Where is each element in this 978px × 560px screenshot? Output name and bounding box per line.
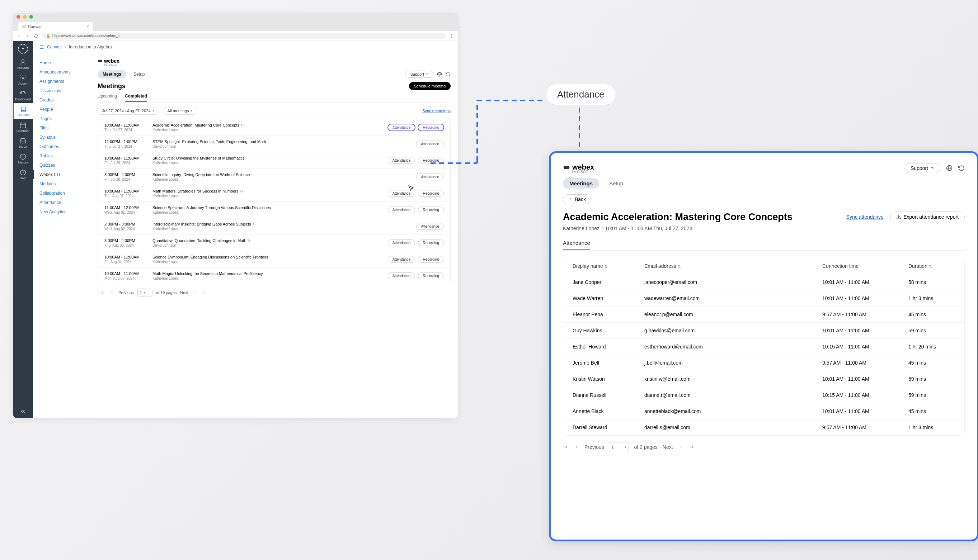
attendance-button[interactable]: Attendance — [388, 240, 415, 246]
rail-item-courses[interactable]: Courses — [13, 103, 33, 119]
meeting-time: 10:00AM - 11:00AM Thu, Jul 27, 2024 — [104, 123, 147, 132]
history-icon[interactable] — [958, 165, 965, 172]
course-nav-people[interactable]: People — [33, 105, 90, 114]
previous-page-button[interactable] — [109, 290, 115, 295]
back-button[interactable]: Back — [563, 194, 591, 204]
previous-label[interactable]: Previous — [584, 444, 604, 450]
course-nav-discussions[interactable]: Discussions — [33, 86, 90, 95]
first-page-icon[interactable] — [100, 290, 105, 295]
next-label[interactable]: Next — [180, 290, 188, 295]
course-nav-announcements[interactable]: Announcements — [33, 67, 90, 77]
tab-meetings[interactable]: Meetings — [98, 70, 126, 78]
schedule-meeting-button[interactable]: Schedule meeting — [409, 82, 451, 90]
breadcrumb-separator: › — [65, 45, 66, 50]
webex-logo-icon — [98, 58, 103, 63]
col-display-name[interactable]: Display name⇅ — [573, 263, 644, 269]
recording-button[interactable]: Recording — [418, 272, 444, 279]
rail-item-dashboard[interactable]: Dashboard — [13, 87, 33, 103]
page-number-input[interactable]: 1 ▾ — [609, 442, 629, 452]
window-maximize-icon[interactable] — [29, 15, 33, 18]
cell-connection: 10:15 AM - 11:00 AM — [822, 392, 908, 398]
last-page-icon[interactable] — [201, 290, 207, 295]
page-number-input[interactable]: 1 ▾ — [137, 288, 152, 297]
course-nav-outcomes[interactable]: Outcomes — [33, 142, 90, 151]
attendance-button[interactable]: Attendance — [416, 173, 444, 180]
globe-icon[interactable] — [946, 165, 953, 172]
window-close-icon[interactable] — [17, 15, 20, 18]
tab-favicon-icon — [22, 25, 26, 28]
meeting-actions: AttendanceRecording — [388, 240, 444, 246]
rail-item-help[interactable]: Help — [13, 167, 33, 182]
recording-button[interactable]: Recording — [418, 190, 444, 197]
course-nav-modules[interactable]: Modules — [33, 179, 90, 188]
sync-attendance-link[interactable]: Sync attendance — [846, 214, 884, 220]
attendance-button[interactable]: Attendance — [388, 272, 415, 279]
support-button[interactable]: Support — [904, 163, 940, 173]
course-nav-grades[interactable]: Grades — [33, 95, 90, 105]
table-row: Jane Cooper janecooper@email.com 10:01 A… — [563, 274, 965, 290]
browser-tabbar: Canvas × — [13, 21, 458, 31]
col-email[interactable]: Email address⇅ — [644, 263, 822, 269]
attendance-button[interactable]: Attendance — [388, 207, 415, 213]
course-nav-pages[interactable]: Pages — [33, 114, 90, 123]
rail-item-history[interactable]: History — [13, 150, 33, 167]
course-nav-home[interactable]: Home — [33, 58, 90, 67]
course-nav-new-analytics[interactable]: New Analytics — [33, 207, 90, 217]
course-nav-rubics[interactable]: Rubics — [33, 151, 90, 161]
tab-setup[interactable]: Setup — [129, 70, 150, 78]
rail-item-account[interactable]: Account — [13, 56, 33, 72]
collapse-nav-icon[interactable] — [20, 408, 26, 415]
previous-page-button[interactable] — [573, 444, 579, 450]
support-button[interactable]: Support — [405, 71, 433, 78]
tab-setup[interactable]: Setup — [603, 178, 630, 188]
previous-label[interactable]: Previous — [119, 290, 134, 295]
course-nav-quizzes[interactable]: Quizzes — [33, 161, 90, 170]
globe-icon[interactable] — [437, 72, 442, 77]
course-nav-syllabus[interactable]: Syllabus — [33, 133, 90, 142]
meeting-type-filter[interactable]: All meetings ▾ — [163, 107, 198, 115]
rail-item-admin[interactable]: Admin — [13, 72, 33, 87]
subtab-upcoming[interactable]: Upcoming — [98, 93, 117, 102]
sync-recordings-link[interactable]: Sync recordings — [422, 108, 451, 113]
recording-button[interactable]: Recording — [418, 124, 444, 131]
recording-button[interactable]: Recording — [418, 207, 444, 213]
course-nav-files[interactable]: Files — [33, 123, 90, 133]
next-page-button[interactable] — [192, 290, 198, 295]
url-input[interactable]: 🔒 https://www.canvas.com/courses/webex_l… — [42, 33, 446, 39]
history-icon[interactable] — [446, 72, 451, 77]
attendance-button[interactable]: Attendance — [416, 140, 444, 147]
meeting-time: 10:00AM - 11:00AM Fri, Aug 04, 2024 — [104, 255, 147, 264]
window-minimize-icon[interactable] — [23, 15, 27, 18]
col-duration[interactable]: Duration⇅ — [908, 263, 955, 269]
canvas-logo-icon[interactable] — [18, 44, 28, 54]
detail-tab-attendance[interactable]: Attendance — [563, 240, 590, 250]
date-range-filter[interactable]: Jul 27, 2024 - Aug 27, 2024 ▾ — [98, 107, 159, 115]
rail-item-inbox[interactable]: Inbox — [13, 135, 33, 150]
last-page-icon[interactable] — [689, 444, 695, 450]
attendance-button[interactable]: Attendance — [388, 256, 415, 263]
tab-close-icon[interactable]: × — [87, 24, 89, 29]
browser-tab[interactable]: Canvas × — [18, 22, 93, 31]
course-nav-assignments[interactable]: Assignments — [33, 77, 90, 86]
forward-icon[interactable] — [25, 33, 30, 38]
recording-button[interactable]: Recording — [418, 256, 444, 263]
back-icon[interactable] — [17, 33, 22, 38]
course-nav-attendance[interactable]: Attendance — [33, 198, 90, 207]
browser-menu-icon[interactable]: ⋮ — [449, 33, 454, 39]
next-label[interactable]: Next — [663, 444, 673, 450]
course-nav-webex-lti[interactable]: Webex LTI — [33, 170, 90, 179]
recording-button[interactable]: Recording — [418, 240, 444, 246]
export-button[interactable]: Export attendance report — [890, 212, 965, 222]
subtab-completed[interactable]: Completed — [125, 93, 147, 102]
menu-icon[interactable]: ☰ — [40, 44, 44, 50]
rail-item-calendar[interactable]: Calendar — [13, 119, 33, 135]
attendance-button[interactable]: Attendance — [388, 157, 415, 164]
reload-icon[interactable] — [34, 33, 39, 38]
course-nav-collaboration[interactable]: Collaboration — [33, 188, 90, 198]
attendance-button[interactable]: Attendance — [388, 124, 415, 131]
attendance-button[interactable]: Attendance — [416, 223, 444, 230]
first-page-icon[interactable] — [563, 444, 568, 450]
next-page-button[interactable] — [678, 444, 684, 450]
tab-meetings[interactable]: Meetings — [563, 178, 599, 188]
breadcrumb-root[interactable]: Canvas — [47, 45, 62, 50]
